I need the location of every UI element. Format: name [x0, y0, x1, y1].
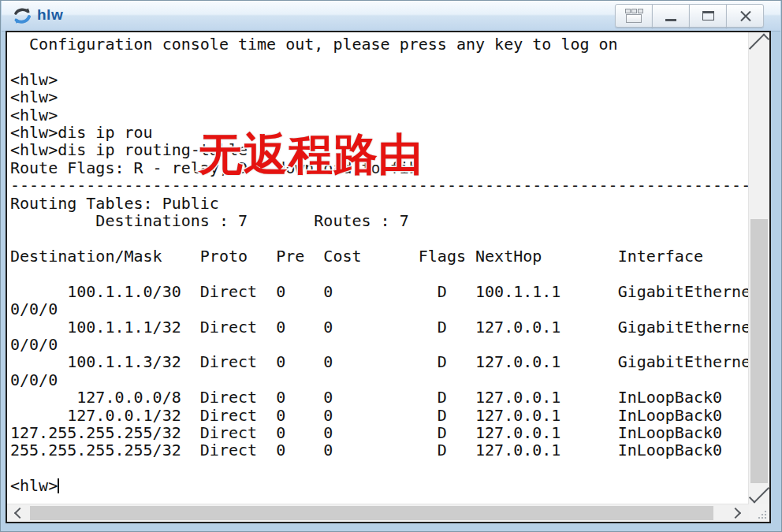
vertical-scrollbar[interactable] — [748, 32, 769, 504]
chevron-up-icon — [749, 33, 769, 54]
scroll-down-button[interactable] — [749, 485, 769, 504]
resize-grip[interactable] — [749, 504, 769, 522]
red-annotation-no-return-route: 无返程路由 — [199, 130, 423, 179]
scroll-left-button[interactable] — [7, 504, 29, 522]
close-button[interactable] — [726, 4, 764, 28]
chevron-right-icon — [730, 508, 741, 519]
maximize-icon — [702, 11, 714, 20]
minimize-icon — [665, 19, 676, 21]
window-title: hlw — [37, 6, 63, 24]
minimize-button[interactable] — [652, 4, 690, 28]
text-cursor — [58, 478, 59, 493]
window-controls — [615, 4, 764, 28]
maximize-button[interactable] — [689, 4, 727, 28]
cascade-windows-icon — [625, 9, 642, 23]
titlebar[interactable]: hlw — [2, 1, 780, 32]
chevron-down-icon — [749, 482, 769, 503]
router-device-icon — [13, 6, 32, 25]
scroll-up-button[interactable] — [749, 32, 769, 52]
horizontal-scrollbar[interactable] — [7, 504, 749, 522]
close-icon — [739, 10, 751, 22]
horizontal-scrollbar-thumb[interactable] — [30, 506, 713, 520]
cascade-windows-button[interactable] — [615, 4, 653, 28]
resize-grip-icon — [758, 510, 767, 519]
terminal-output: Configuration console time out, please p… — [7, 32, 769, 495]
chevron-left-icon — [14, 508, 25, 519]
scroll-right-button[interactable] — [725, 504, 749, 522]
terminal-screen[interactable]: Configuration console time out, please p… — [6, 31, 771, 523]
console-window: hlw Configuration console time out, plea… — [0, 0, 782, 532]
vertical-scrollbar-thumb[interactable] — [750, 219, 768, 483]
